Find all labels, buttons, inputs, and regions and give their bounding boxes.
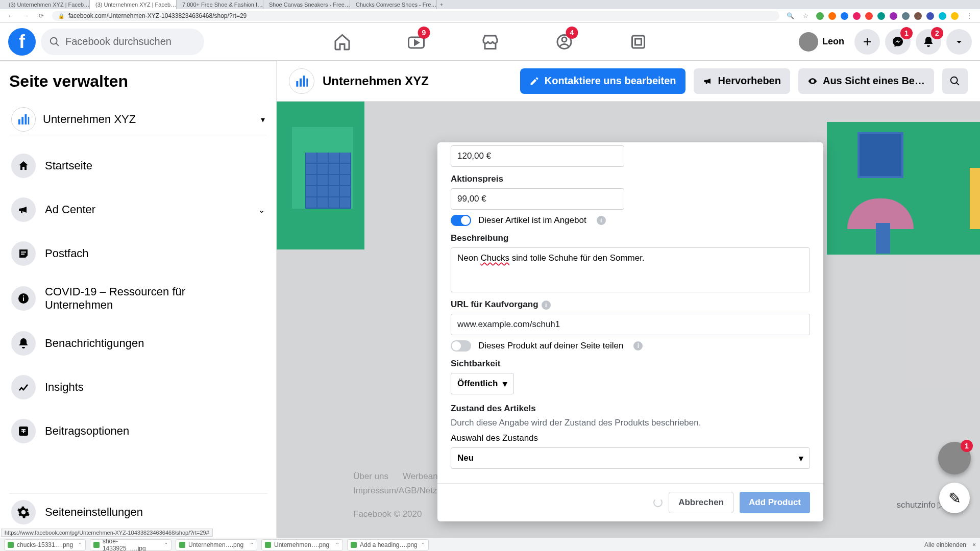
promote-button[interactable]: Hervorheben [694, 68, 790, 94]
account-menu-button[interactable] [946, 29, 972, 55]
page-avatar-icon [289, 68, 314, 94]
sidebar-item-covid[interactable]: COVID-19 – Ressourcen für Unternehmen [9, 279, 267, 318]
condition-select[interactable]: Neu▾ [451, 447, 810, 469]
facebook-logo[interactable]: f [8, 28, 36, 56]
reload-icon[interactable]: ⟳ [37, 12, 46, 19]
info-icon[interactable]: i [542, 300, 551, 310]
page-action-bar: Unternehmen XYZ Kontaktiere uns bearbeit… [277, 61, 980, 102]
star-icon[interactable]: ☆ [801, 12, 810, 19]
sidebar-item-notifications[interactable]: Benachrichtigungen [9, 325, 267, 362]
header-right: Leon 1 2 [794, 29, 972, 55]
chat-head[interactable]: 1 [938, 442, 971, 474]
browser-tab[interactable]: (3) Unternehmen XYZ | Faceb…× [3, 0, 90, 9]
info-icon[interactable]: i [597, 216, 606, 225]
search-input[interactable]: Facebook durchsuchen [41, 29, 204, 55]
extension-icon[interactable] [914, 12, 922, 20]
chevron-up-icon[interactable]: ⌃ [250, 542, 254, 547]
back-icon[interactable]: ← [6, 12, 15, 19]
label-text: URL für Kaufvorgang [451, 299, 538, 309]
extension-icon[interactable] [926, 12, 934, 20]
tab-title: 7,000+ Free Shoe & Fashion I… [182, 2, 263, 8]
nav-watch[interactable]: 9 [382, 23, 451, 61]
extension-icon[interactable] [877, 12, 885, 20]
profile-chip[interactable]: Leon [794, 30, 849, 54]
groups-badge: 4 [566, 27, 578, 39]
forward-icon[interactable]: → [21, 12, 31, 19]
chevron-down-icon: ▾ [261, 115, 265, 124]
add-product-button[interactable]: Add Product [740, 492, 810, 513]
info-icon[interactable]: i [633, 341, 643, 350]
nav-groups[interactable]: 4 [530, 23, 599, 61]
chevron-up-icon[interactable]: ⌃ [164, 542, 168, 547]
on-sale-toggle[interactable] [451, 215, 471, 226]
extensions-row [816, 12, 959, 20]
cover-art [277, 102, 364, 249]
page-selector[interactable]: Unternehmen XYZ ▾ [9, 104, 267, 135]
extension-icon[interactable] [865, 12, 873, 20]
view-as-button[interactable]: Aus Sicht eines Be… [798, 68, 934, 94]
download-item[interactable]: Unternehmen….png⌃ [176, 539, 257, 550]
center-nav: 9 4 [308, 23, 673, 61]
description-label: Beschreibung [451, 233, 810, 243]
tab-title: (3) Unternehmen XYZ | Faceb… [9, 2, 89, 8]
description-text: sind tolle Schuhe für den Sommer. [509, 253, 645, 263]
browser-tab[interactable]: Shoe Canvas Sneakers - Free…× [263, 0, 350, 9]
extension-icon[interactable] [890, 12, 897, 20]
nav-marketplace[interactable] [456, 23, 525, 61]
checkout-url-input[interactable] [451, 314, 810, 335]
sidebar-item-home[interactable]: Startseite [9, 147, 267, 184]
modal-overlay: schutzinfo ▷ Aktionspreis Dieser Artikel… [277, 102, 980, 538]
cancel-button[interactable]: Abbrechen [669, 492, 733, 513]
description-textarea[interactable]: Neon Chucks sind tolle Schuhe für den So… [451, 247, 810, 292]
messenger-button[interactable]: 1 [885, 29, 911, 55]
extension-icon[interactable] [951, 12, 959, 20]
chevron-up-icon[interactable]: ⌃ [335, 542, 339, 547]
download-item[interactable]: chucks-15331….png⌃ [4, 539, 86, 550]
zoom-icon[interactable]: 🔍 [786, 12, 795, 19]
extension-icon[interactable] [939, 12, 946, 20]
extension-icon[interactable] [841, 12, 848, 20]
extension-icon[interactable] [853, 12, 861, 20]
condition-title: Zustand des Artikels [451, 404, 810, 414]
footer-link[interactable]: schutzinfo ▷ [896, 499, 944, 510]
browser-tab[interactable]: (3) Unternehmen XYZ | Faceb…× [90, 0, 177, 9]
lock-icon: 🔒 [58, 13, 64, 19]
sidebar-item-adcenter[interactable]: Ad Center⌄ [9, 191, 267, 228]
chevron-up-icon[interactable]: ⌃ [78, 542, 82, 547]
nav-home[interactable] [308, 23, 377, 61]
chrome-menu-icon[interactable]: ⋮ [965, 12, 974, 19]
new-message-button[interactable]: ✎ [939, 483, 970, 513]
browser-tab[interactable]: Chucks Converse Shoes - Fre…× [350, 0, 437, 9]
share-toggle[interactable] [451, 340, 471, 352]
visibility-select[interactable]: Öffentlich▾ [451, 373, 514, 394]
sidebar-item-insights[interactable]: Insights [9, 369, 267, 406]
main-area: Unternehmen XYZ Kontaktiere uns bearbeit… [277, 61, 980, 538]
sidebar-item-settings[interactable]: Seiteneinstellungen [9, 493, 267, 531]
extension-icon[interactable] [902, 12, 910, 20]
nav-gaming[interactable] [604, 23, 673, 61]
sidebar-item-publishing[interactable]: Beitragsoptionen [9, 413, 267, 449]
notifications-button[interactable]: 2 [916, 29, 941, 55]
gear-icon [11, 500, 36, 524]
show-all-downloads[interactable]: Alle einblenden [924, 541, 966, 548]
create-button[interactable] [854, 29, 880, 55]
sale-price-input[interactable] [451, 188, 624, 210]
visibility-label: Sichtbarkeit [451, 359, 810, 369]
edit-contact-button[interactable]: Kontaktiere uns bearbeiten [520, 68, 685, 94]
sidebar-item-inbox[interactable]: Postfach [9, 235, 267, 272]
page-avatar-icon [11, 107, 36, 132]
extension-icon[interactable] [828, 12, 836, 20]
chevron-up-icon[interactable]: ⌃ [421, 542, 425, 547]
page-search-button[interactable] [942, 68, 968, 94]
bell-icon [11, 331, 36, 356]
download-item[interactable]: Add a heading….png⌃ [347, 539, 429, 550]
new-tab-button[interactable]: + [437, 2, 446, 8]
price-input[interactable] [451, 145, 624, 167]
close-shelf-icon[interactable]: × [972, 541, 976, 548]
address-bar[interactable]: 🔒 facebook.com/Unternehmen-XYZ-104338234… [52, 11, 779, 21]
download-item[interactable]: Unternehmen….png⌃ [261, 539, 343, 550]
browser-tab[interactable]: 7,000+ Free Shoe & Fashion I…× [177, 0, 263, 9]
page-selector-name: Unternehmen XYZ [43, 113, 136, 126]
extension-icon[interactable] [816, 12, 824, 20]
download-item[interactable]: shoe-1433925_….jpg⌃ [90, 539, 172, 550]
